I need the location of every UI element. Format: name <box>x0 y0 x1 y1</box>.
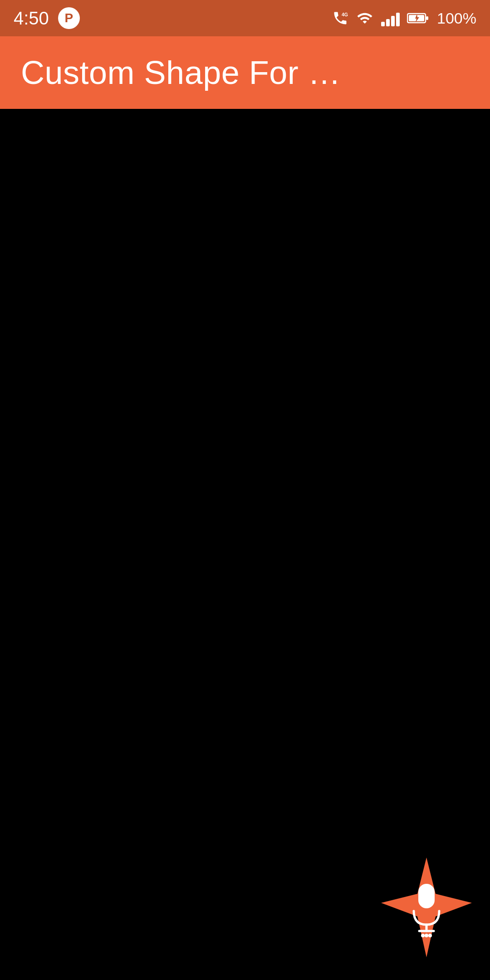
svg-rect-2 <box>426 16 428 20</box>
svg-point-8 <box>425 934 428 937</box>
status-bar-right: 4G 100% <box>332 10 476 27</box>
battery-icon <box>407 11 430 25</box>
signal-bar-1 <box>381 22 385 26</box>
signal-bar-3 <box>391 16 395 26</box>
phone-icon: 4G <box>332 10 348 26</box>
main-content <box>0 109 490 980</box>
status-time: 4:50 <box>14 8 49 29</box>
signal-bar-4 <box>396 13 400 26</box>
svg-rect-4 <box>418 884 435 908</box>
signal-bar-2 <box>386 19 390 26</box>
svg-point-9 <box>428 934 432 937</box>
wifi-icon <box>356 10 374 26</box>
status-bar: 4:50 P 4G 100% <box>0 0 490 36</box>
svg-point-7 <box>421 934 425 937</box>
signal-bars <box>381 10 400 26</box>
app-bar: Custom Shape For … <box>0 36 490 109</box>
battery-percentage: 100% <box>437 10 476 27</box>
status-bar-left: 4:50 P <box>14 7 80 29</box>
app-bar-title: Custom Shape For … <box>21 54 341 91</box>
svg-text:4G: 4G <box>342 12 348 17</box>
microphone-fab-button[interactable] <box>381 858 472 957</box>
pocketcasts-icon: P <box>58 7 80 29</box>
fab-star-shape <box>381 858 472 957</box>
